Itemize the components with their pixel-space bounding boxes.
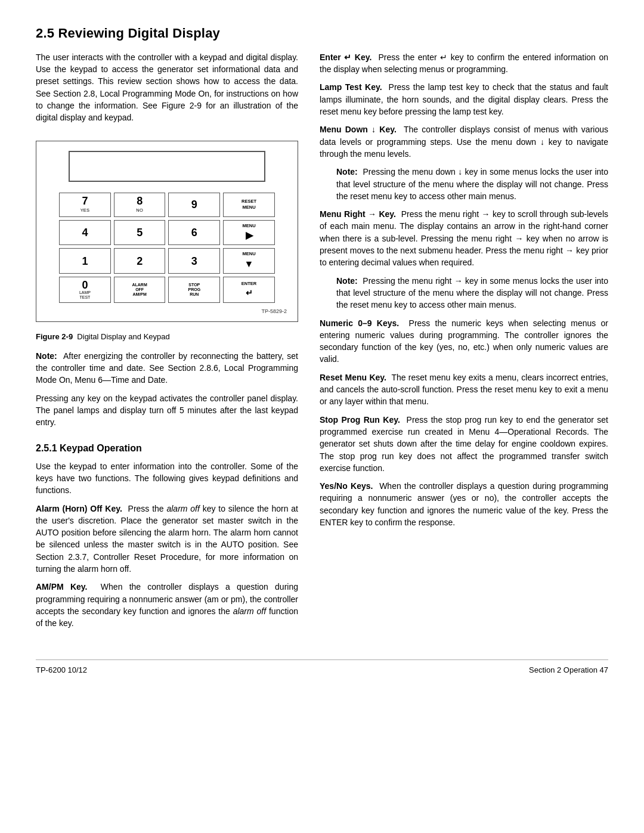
intro-paragraph: The user interacts with the controller w…: [36, 51, 298, 124]
key-1[interactable]: 1: [59, 248, 111, 274]
key-menu-down[interactable]: MENU ▼: [223, 248, 275, 274]
menu-right-title: Menu Right → Key.: [320, 209, 396, 219]
key-8[interactable]: 8 NO: [114, 193, 166, 217]
left-column: The user interacts with the controller w…: [36, 51, 298, 636]
yesno-para: Yes/No Keys. When the controller display…: [320, 480, 608, 528]
stop-title: Stop Prog Run Key.: [320, 415, 400, 425]
menu-down-title: Menu Down ↓ Key.: [320, 125, 397, 134]
note-2-label: Note:: [336, 276, 358, 286]
key-6[interactable]: 6: [168, 220, 220, 246]
pressing-para: Pressing any key on the keypad activates…: [36, 392, 298, 429]
key-3[interactable]: 3: [168, 248, 220, 274]
note-text: After energizing the controller by recon…: [36, 351, 298, 385]
menu-right-para: Menu Right → Key. Press the menu right →…: [320, 208, 608, 268]
note-2-para: Note: Pressing the menu right → key in s…: [336, 275, 608, 311]
menu-down-para: Menu Down ↓ Key. The controller displays…: [320, 123, 608, 160]
key-2[interactable]: 2: [114, 248, 166, 274]
key-5[interactable]: 5: [114, 220, 166, 246]
key-alarm-ampm[interactable]: ALARMOFFAM/PM: [114, 277, 166, 302]
figure-number: Figure 2-9: [36, 332, 73, 341]
stop-para: Stop Prog Run Key. Press the stop prog r…: [320, 414, 608, 474]
key-4[interactable]: 4: [59, 220, 111, 246]
key-7[interactable]: 7 YES: [59, 193, 111, 217]
display-screen: [69, 151, 265, 182]
note-1-para: Note: Pressing the menu down ↓ key in so…: [336, 166, 608, 202]
reset-title: Reset Menu Key.: [320, 373, 386, 382]
yesno-title: Yes/No Keys.: [320, 481, 373, 491]
subsection-title: 2.5.1 Keypad Operation: [36, 441, 298, 455]
note-after-figure: Note: After energizing the controller by…: [36, 350, 298, 386]
alarm-key-para: Alarm (Horn) Off Key. Press the alarm of…: [36, 503, 298, 575]
key-stop-prog-run[interactable]: STOPPROGRUN: [168, 277, 220, 302]
figure-caption: Figure 2-9 Digital Display and Keypad: [36, 332, 298, 343]
lamp-key-para: Lamp Test Key. Press the lamp test key t…: [320, 81, 608, 117]
key-enter[interactable]: ENTER ↵: [223, 277, 275, 302]
figure-caption-text: Digital Display and Keypad: [77, 332, 169, 341]
reset-para: Reset Menu Key. The reset menu key exits…: [320, 371, 608, 408]
page-content: 2.5 Reviewing Digital Display The user i…: [36, 24, 608, 676]
section-intro: Use the keypad to enter information into…: [36, 460, 298, 497]
enter-key-title: Enter ↵ Key.: [320, 52, 371, 62]
note-1-label: Note:: [336, 167, 358, 176]
tp-label: TP-5829-2: [47, 308, 287, 315]
alarm-key-title: Alarm (Horn) Off Key.: [36, 504, 122, 513]
key-0-lamp[interactable]: 0 LAMPTEST: [59, 277, 111, 302]
key-reset-menu[interactable]: RESETMENU: [223, 193, 275, 217]
footer-right: Section 2 Operation 47: [529, 665, 608, 676]
note-1-block: Note: Pressing the menu down ↓ key in so…: [320, 166, 608, 202]
lamp-key-title: Lamp Test Key.: [320, 82, 382, 92]
figure-box: 7 YES 8 NO 9 RESETMENU 4: [36, 141, 298, 322]
key-menu-right[interactable]: MENU ▶: [223, 220, 275, 246]
note-2-text: Pressing the menu right → key in some me…: [336, 276, 608, 310]
ampm-key-title: AM/PM Key.: [36, 582, 87, 592]
footer: TP-6200 10/12 Section 2 Operation 47: [36, 659, 608, 676]
note-label: Note:: [36, 351, 57, 361]
right-column: Enter ↵ Key. Press the enter ↵ key to co…: [320, 51, 608, 636]
numeric-para: Numeric 0–9 Keys. Press the numeric keys…: [320, 317, 608, 366]
note-2-block: Note: Pressing the menu right → key in s…: [320, 275, 608, 311]
alarm-key-text: Press the alarm off key to silence the h…: [36, 504, 298, 574]
key-9[interactable]: 9: [168, 193, 220, 217]
numeric-title: Numeric 0–9 Keys.: [320, 318, 399, 328]
ampm-key-para: AM/PM Key. When the controller displays …: [36, 581, 298, 629]
footer-left: TP-6200 10/12: [36, 665, 87, 676]
section-title: 2.5 Reviewing Digital Display: [36, 24, 608, 43]
note-1-text: Pressing the menu down ↓ key in some men…: [336, 167, 608, 201]
keypad-grid: 7 YES 8 NO 9 RESETMENU 4: [59, 193, 275, 303]
enter-key-para: Enter ↵ Key. Press the enter ↵ key to co…: [320, 51, 608, 76]
